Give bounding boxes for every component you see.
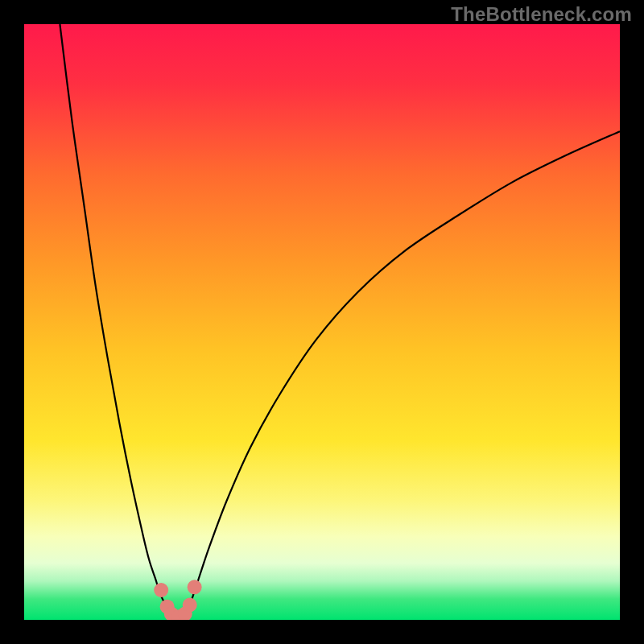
bottleneck-chart (24, 24, 620, 620)
chart-frame: TheBottleneck.com (0, 0, 644, 644)
valley-marker (183, 598, 197, 613)
valley-marker (154, 583, 168, 597)
watermark-text: TheBottleneck.com (451, 3, 632, 26)
gradient-background (24, 24, 620, 620)
valley-marker (188, 580, 202, 594)
plot-area (24, 24, 620, 620)
